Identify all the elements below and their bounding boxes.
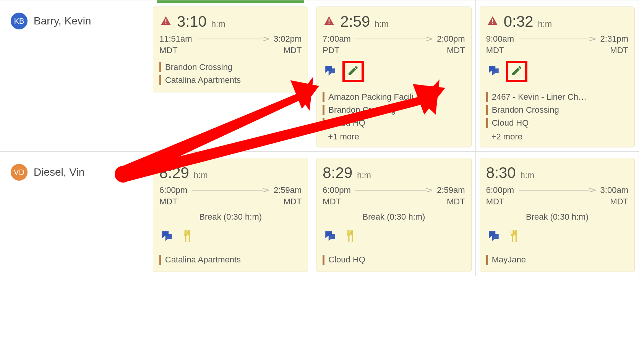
shift-card[interactable]: 8:29h:m6:00pm2:59amMDTMDTBreak (0:30 h:m… (316, 158, 471, 272)
end-tz: MDT (610, 197, 628, 207)
location-bar-icon (486, 255, 488, 265)
location-item: MayJane (486, 253, 628, 266)
time-arrow-icon (192, 188, 269, 193)
employee-cell[interactable]: KBBarry, Kevin (0, 0, 149, 151)
location-bar-icon (323, 105, 324, 115)
end-time: 3:00am (600, 185, 628, 195)
avatar: VD (11, 164, 28, 181)
meal-icon (506, 229, 521, 245)
end-time: 2:00pm (437, 34, 465, 44)
location-text: Amazon Packing Facili… (328, 92, 422, 102)
shift-card[interactable]: 8:30h:m6:00pm3:00amMDTMDTBreak (0:30 h:m… (480, 158, 635, 272)
chat-icon[interactable] (323, 64, 338, 79)
shift-card[interactable]: 8:29h:m6:00pm2:59amMDTMDTBreak (0:30 h:m… (153, 158, 308, 272)
icon-row (323, 61, 465, 82)
start-time: 6:00pm (159, 185, 187, 195)
employee-name: Barry, Kevin (34, 13, 91, 27)
pencil-icon[interactable] (511, 65, 523, 78)
location-bar-icon (159, 75, 161, 85)
end-tz: MDT (447, 197, 465, 207)
end-time: 2:31pm (600, 34, 628, 44)
progress-bar (157, 0, 304, 3)
schedule-cell: 3:10h:m11:51am3:02pmMDTMDTBrandon Crossi… (149, 0, 312, 151)
svg-rect-1 (165, 23, 167, 24)
location-list: Catalina Apartments (159, 253, 302, 266)
location-list: 2467 - Kevin - Liner Ch…Brandon Crossing… (486, 91, 628, 129)
location-text: Cloud HQ (492, 118, 529, 128)
location-bar-icon (486, 92, 488, 102)
shift-duration: 8:29 (159, 164, 189, 181)
end-tz: MDT (284, 197, 302, 207)
location-list: Brandon CrossingCatalina Apartments (159, 61, 302, 87)
warning-icon (323, 15, 336, 27)
svg-rect-3 (329, 19, 330, 22)
location-text: Catalina Apartments (165, 255, 241, 265)
shift-duration: 3:10 (177, 13, 207, 30)
schedule-cell: 8:30h:m6:00pm3:00amMDTMDTBreak (0:30 h:m… (476, 151, 639, 276)
chat-icon[interactable] (159, 230, 175, 244)
location-item: Cloud HQ (323, 253, 465, 266)
time-arrow-icon (355, 36, 433, 42)
location-text: MayJane (492, 255, 526, 265)
shift-card[interactable]: 0:32h:m9:00am2:31pmMDTMDT2467 - Kevin - … (480, 6, 635, 147)
location-item: Cloud HQ (323, 116, 465, 129)
warning-icon (486, 15, 499, 27)
start-tz: MDT (486, 45, 504, 55)
hm-label: h:m (375, 19, 389, 29)
employee-cell[interactable]: VDDiesel, Vin (0, 151, 149, 276)
location-item: Brandon Crossing (323, 104, 465, 116)
more-link[interactable]: +2 more (486, 129, 628, 142)
location-bar-icon (323, 92, 324, 102)
location-list: Amazon Packing Facili…Brandon CrossingCl… (323, 91, 465, 129)
shift-card[interactable]: 3:10h:m11:51am3:02pmMDTMDTBrandon Crossi… (153, 6, 308, 92)
more-link[interactable]: +1 more (323, 129, 465, 142)
location-text: Brandon Crossing (492, 105, 559, 115)
icon-row (159, 229, 302, 245)
hm-label: h:m (194, 170, 208, 180)
location-text: Brandon Crossing (328, 105, 396, 115)
hm-label: h:m (521, 170, 535, 180)
break-label: Break (0:30 h:m) (323, 212, 465, 222)
location-item: Catalina Apartments (159, 74, 302, 87)
shift-card[interactable]: 2:59h:m7:00am2:00pmPDTMDTAmazon Packing … (316, 6, 471, 147)
pencil-icon[interactable] (347, 65, 359, 78)
location-bar-icon (323, 255, 324, 265)
avatar: KB (11, 13, 28, 29)
location-text: Cloud HQ (328, 118, 365, 128)
edit-highlight-box (506, 61, 527, 82)
meal-icon (342, 229, 358, 245)
start-time: 9:00am (486, 34, 514, 44)
location-bar-icon (323, 118, 324, 128)
location-bar-icon (159, 255, 161, 265)
location-item: Catalina Apartments (159, 253, 302, 266)
start-tz: MDT (159, 197, 178, 207)
svg-rect-0 (165, 19, 167, 22)
chat-icon[interactable] (486, 64, 501, 79)
schedule-cell: 8:29h:m6:00pm2:59amMDTMDTBreak (0:30 h:m… (312, 151, 475, 276)
icon-row (323, 229, 465, 245)
edit-highlight-box (342, 61, 364, 82)
end-tz: MDT (284, 45, 302, 55)
svg-rect-6 (492, 19, 493, 22)
location-text: Catalina Apartments (165, 75, 241, 85)
location-item: Brandon Crossing (159, 61, 302, 74)
end-time: 3:02pm (274, 34, 302, 44)
hm-label: h:m (357, 170, 371, 180)
location-bar-icon (159, 62, 161, 72)
shift-duration: 8:29 (323, 164, 352, 181)
start-time: 6:00pm (486, 185, 514, 195)
location-item: Brandon Crossing (486, 104, 628, 116)
shift-duration: 0:32 (504, 13, 534, 30)
time-arrow-icon (519, 36, 596, 42)
chat-icon[interactable] (323, 230, 338, 244)
location-bar-icon (486, 105, 488, 115)
start-time: 11:51am (159, 34, 192, 44)
location-text: 2467 - Kevin - Liner Ch… (492, 92, 587, 102)
end-time: 2:59am (437, 185, 465, 195)
warning-icon (159, 15, 172, 27)
end-tz: MDT (447, 45, 465, 55)
location-list: MayJane (486, 253, 628, 266)
start-time: 7:00am (323, 34, 350, 44)
chat-icon[interactable] (486, 230, 501, 244)
break-label: Break (0:30 h:m) (486, 212, 628, 222)
